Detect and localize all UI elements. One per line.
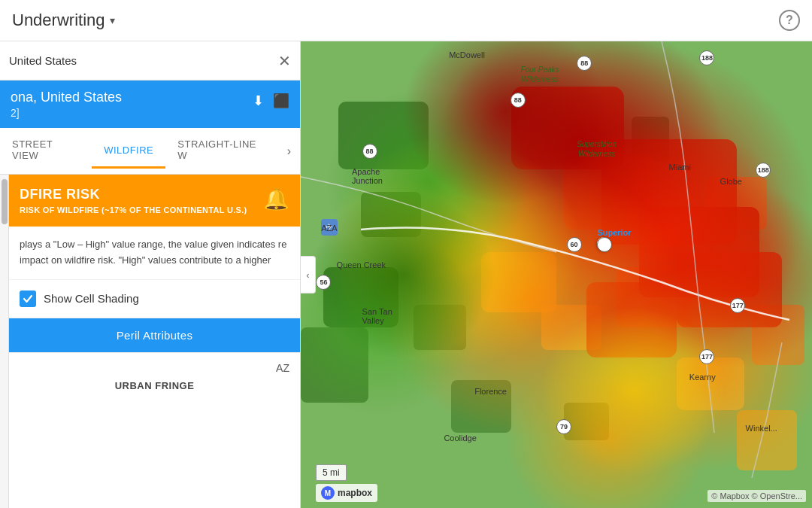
map-label-florence: Florence: [474, 387, 507, 396]
map-attribution: © Mapbox © OpenStre...: [707, 490, 806, 502]
svg-rect-24: [301, 41, 812, 508]
svg-rect-34: [301, 41, 812, 508]
svg-rect-29: [301, 41, 812, 508]
bottom-info: AZ URBAN FRINGE: [9, 352, 300, 400]
route-badge-56: 56: [316, 275, 331, 290]
svg-rect-21: [677, 252, 782, 327]
svg-rect-27: [301, 41, 812, 508]
tab-wildfire[interactable]: WILDFIRE: [92, 134, 165, 169]
dropdown-arrow[interactable]: ▾: [110, 14, 115, 26]
svg-rect-12: [737, 410, 797, 470]
svg-rect-1: [338, 102, 429, 169]
map-label-coolidge: Coolidge: [444, 433, 476, 443]
mapbox-logo-text: mapbox: [338, 488, 372, 498]
svg-rect-13: [564, 154, 654, 230]
svg-rect-4: [301, 327, 368, 403]
route-badge-60a: 60: [567, 237, 582, 252]
top-header: Underwriting ▾ ?: [0, 0, 812, 41]
route-badge-88a: 88: [577, 56, 592, 71]
left-panel: ✕ ona, United States 2] ⬇ ⬛ STREET VIEW …: [0, 41, 301, 508]
title-area: Underwriting ▾: [12, 11, 115, 30]
map-label-san-tan-valley: San TanValley: [362, 307, 392, 325]
search-bar: ✕: [0, 41, 300, 81]
state-code-label: AZ: [20, 362, 289, 374]
svg-rect-9: [481, 252, 556, 312]
map-collapse-button[interactable]: ‹: [301, 256, 316, 294]
map-label-mcdowell: McDowell: [449, 50, 485, 59]
main-layout: ✕ ona, United States 2] ⬇ ⬛ STREET VIEW …: [0, 41, 812, 508]
wildfire-icon: 🔔: [263, 187, 289, 211]
svg-rect-16: [752, 305, 804, 365]
airport-icon: ✈: [321, 219, 338, 236]
svg-rect-23: [301, 41, 812, 508]
location-name: ona, United States: [11, 90, 122, 105]
location-code: 2]: [11, 107, 122, 119]
svg-rect-25: [301, 41, 812, 508]
svg-rect-20: [586, 282, 677, 357]
svg-rect-3: [323, 267, 398, 327]
map-scale: 5 mi: [316, 464, 347, 481]
scroll-area[interactable]: [0, 175, 9, 508]
tab-chevron-right[interactable]: ›: [278, 134, 300, 169]
svg-rect-31: [301, 41, 812, 508]
scroll-thumb: [2, 179, 8, 224]
location-actions: ⬇ ⬛: [253, 93, 289, 109]
urban-zone-label: URBAN FRINGE: [20, 380, 289, 391]
map-label-superstition: SuperstitionWilderness: [577, 139, 617, 159]
clear-button[interactable]: ✕: [278, 53, 291, 68]
svg-rect-18: [601, 139, 737, 245]
help-button[interactable]: ?: [779, 10, 800, 31]
download-icon[interactable]: ⬇: [253, 93, 264, 109]
svg-rect-26: [301, 41, 812, 508]
tab-street-view[interactable]: STREET VIEW: [0, 128, 92, 174]
mapbox-logo-icon: M: [321, 486, 335, 500]
wildfire-title: DFIRE RISK: [20, 187, 247, 202]
route-badge-79: 79: [556, 419, 571, 434]
svg-rect-7: [564, 403, 609, 440]
route-badge-188a: 188: [699, 50, 714, 65]
content-area: DFIRE RISK RISK OF WILDFIRE (~17% OF THE…: [9, 175, 300, 508]
svg-rect-10: [541, 305, 601, 350]
map-label-superior: Superior: [597, 228, 631, 237]
svg-rect-30: [301, 41, 812, 508]
tabs-bar: STREET VIEW WILDFIRE STRAIGHT-LINE W ›: [0, 128, 300, 175]
map-label-kearny: Kearny: [689, 373, 716, 382]
svg-rect-2: [361, 192, 421, 237]
svg-rect-33: [301, 41, 812, 508]
route-badge-188b: 188: [756, 163, 771, 178]
app-title: Underwriting: [12, 11, 105, 30]
svg-rect-17: [511, 87, 624, 169]
tab-straight-line[interactable]: STRAIGHT-LINE W: [165, 128, 277, 174]
map-pin-superior: [597, 237, 611, 251]
heatmap-svg: [301, 41, 812, 508]
wildfire-subtitle: RISK OF WILDFIRE (~17% OF THE CONTINENTA…: [20, 205, 247, 214]
peril-attributes-button[interactable]: Peril Attributes: [9, 318, 300, 352]
route-badge-88b: 88: [511, 93, 526, 108]
map-label-winkelman: Winkel...: [746, 424, 777, 433]
location-header: ona, United States 2] ⬇ ⬛: [0, 81, 300, 128]
svg-rect-11: [677, 357, 744, 410]
search-input[interactable]: [9, 54, 272, 67]
svg-rect-15: [707, 177, 767, 230]
svg-rect-22: [301, 41, 812, 508]
svg-rect-32: [301, 41, 812, 508]
checkmark-icon: [23, 294, 33, 304]
cell-shading-row: Show Cell Shading: [9, 280, 300, 318]
svg-rect-8: [632, 117, 669, 162]
map-area[interactable]: ‹ ✈ ApacheJunction Queen Creek San TanVa…: [301, 41, 812, 508]
wildfire-banner: DFIRE RISK RISK OF WILDFIRE (~17% OF THE…: [9, 175, 300, 227]
cell-shading-checkbox[interactable]: [20, 291, 36, 307]
map-scale-label: 5 mi: [323, 467, 340, 478]
svg-rect-19: [639, 207, 759, 297]
svg-rect-6: [451, 380, 511, 433]
svg-rect-14: [617, 267, 692, 327]
svg-rect-5: [414, 305, 466, 350]
map-label-globe: Globe: [720, 177, 742, 186]
map-label-four-peaks: Four PeaksWilderness: [520, 65, 559, 84]
map-label-queen-creek: Queen Creek: [337, 260, 386, 269]
route-badge-88c: 88: [362, 144, 377, 159]
cell-shading-label[interactable]: Show Cell Shading: [44, 292, 139, 305]
route-badge-177b: 177: [699, 349, 714, 364]
location-text: ona, United States 2]: [11, 90, 122, 119]
flag-icon[interactable]: ⬛: [273, 93, 289, 109]
